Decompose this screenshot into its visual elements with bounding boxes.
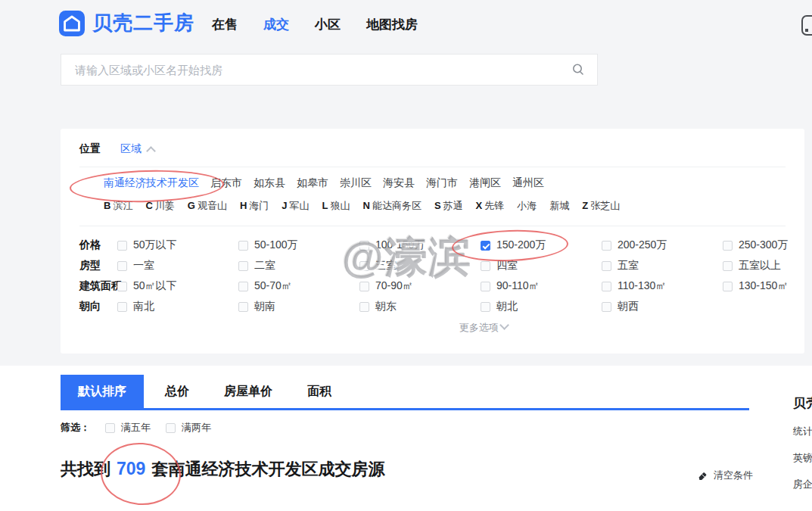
orientation-option[interactable]: 朝北 — [481, 300, 602, 313]
checkbox[interactable] — [481, 302, 490, 312]
rooms-option[interactable]: 二室 — [238, 259, 359, 273]
filter-row-label: 房型 — [79, 259, 117, 273]
tab-area-sort[interactable]: 面积 — [307, 384, 331, 400]
price-option[interactable]: 100-150万 — [359, 238, 481, 252]
checkbox[interactable] — [238, 302, 248, 312]
clear-filters-button[interactable]: 清空条件 — [697, 469, 753, 482]
search-input[interactable] — [73, 63, 571, 77]
more-options-button[interactable]: 更多选项 — [61, 321, 804, 335]
checkbox[interactable] — [117, 302, 127, 312]
option-label: 朝南 — [254, 300, 275, 313]
subdistrict-haimen[interactable]: H海门 — [240, 199, 269, 213]
checkbox[interactable] — [359, 261, 369, 271]
option-label: 50-100万 — [254, 238, 298, 252]
district-tongzhou[interactable]: 通州区 — [512, 176, 544, 190]
region-toggle[interactable]: 区域 — [120, 142, 154, 156]
checkbox[interactable] — [481, 282, 490, 291]
nav-item-sold[interactable]: 成交 — [263, 16, 289, 33]
option-label: 朝西 — [618, 300, 639, 313]
subdistrict-sutong[interactable]: S苏通 — [434, 199, 463, 213]
rooms-option[interactable]: 五室以上 — [723, 259, 812, 273]
area-option[interactable]: 50-70㎡ — [238, 279, 359, 293]
district-gangzha[interactable]: 港闸区 — [469, 176, 501, 190]
rooms-option[interactable]: 三室 — [359, 259, 481, 273]
checkbox-checked[interactable] — [481, 241, 490, 251]
site-logo[interactable]: 贝壳二手房 — [59, 10, 194, 36]
area-option[interactable]: 70-90㎡ — [359, 279, 481, 293]
rooms-option[interactable]: 五室 — [602, 259, 723, 273]
right-column-item[interactable]: 英镑 — [793, 451, 812, 465]
subdistrict-junshan[interactable]: J军山 — [282, 199, 309, 213]
district-haimen[interactable]: 海门市 — [426, 176, 458, 190]
search-icon[interactable] — [571, 63, 585, 76]
orientation-option[interactable]: 朝西 — [602, 300, 723, 313]
checkbox[interactable] — [166, 423, 176, 433]
tab-underline — [61, 408, 749, 410]
orientation-option[interactable]: 朝南 — [238, 300, 359, 313]
rooms-option[interactable]: 一室 — [117, 259, 238, 273]
price-option[interactable]: 200-250万 — [602, 238, 723, 252]
checkbox[interactable] — [359, 282, 369, 291]
letter: G — [188, 200, 195, 211]
checkbox[interactable] — [602, 241, 611, 251]
price-option-selected[interactable]: 150-200万 — [481, 238, 602, 252]
tab-unit-price[interactable]: 房屋单价 — [224, 384, 272, 400]
name: 张芝山 — [590, 200, 620, 211]
refine-option-two-years[interactable]: 满两年 — [166, 421, 211, 435]
nav-item-on-sale[interactable]: 在售 — [212, 16, 238, 33]
checkbox[interactable] — [602, 282, 611, 291]
checkbox[interactable] — [117, 282, 127, 291]
subdistrict-xiaohai[interactable]: 小海 — [517, 199, 537, 213]
rooms-option[interactable]: 四室 — [481, 259, 602, 273]
district-haian[interactable]: 海安县 — [383, 176, 415, 190]
subdistrict-nengda[interactable]: N能达商务区 — [362, 199, 421, 213]
nav-item-community[interactable]: 小区 — [315, 16, 341, 33]
checkbox[interactable] — [723, 241, 733, 251]
orientation-option[interactable]: 朝东 — [359, 300, 481, 313]
location-label: 位置 — [79, 142, 101, 156]
tab-default-sort[interactable]: 默认排序 — [61, 375, 144, 408]
checkbox[interactable] — [238, 241, 248, 251]
checkbox[interactable] — [602, 302, 611, 312]
checkbox[interactable] — [723, 282, 733, 291]
header-corner-icon[interactable] — [801, 15, 812, 36]
district-ntkfq[interactable]: 南通经济技术开发区 — [104, 176, 199, 190]
checkbox[interactable] — [105, 423, 115, 433]
right-column-item[interactable]: 房企 — [793, 478, 812, 491]
nav-item-map-search[interactable]: 地图找房 — [366, 16, 418, 33]
district-rudong[interactable]: 如东县 — [254, 176, 285, 190]
checkbox[interactable] — [238, 282, 248, 291]
price-option[interactable]: 50-100万 — [238, 238, 359, 252]
district-qidong[interactable]: 启东市 — [210, 176, 242, 190]
area-option[interactable]: 110-130㎡ — [602, 279, 723, 293]
checkbox[interactable] — [602, 261, 611, 271]
area-option[interactable]: 90-110㎡ — [481, 279, 602, 293]
checkbox[interactable] — [238, 261, 248, 271]
right-column-item[interactable]: 统计 — [793, 425, 812, 438]
checkbox[interactable] — [481, 261, 490, 271]
price-option[interactable]: 250-300万 — [723, 238, 812, 252]
results-count: 709 — [117, 459, 145, 478]
subdistrict-xianfeng[interactable]: X先锋 — [476, 199, 505, 213]
checkbox[interactable] — [723, 261, 733, 271]
area-option[interactable]: 130-150㎡ — [723, 279, 812, 293]
area-option[interactable]: 50㎡以下 — [117, 279, 238, 293]
checkbox[interactable] — [117, 261, 127, 271]
subdistrict-langshan[interactable]: L狼山 — [322, 199, 350, 213]
checkbox[interactable] — [359, 241, 369, 251]
subdistrict-binjiang[interactable]: B滨江 — [104, 199, 132, 213]
checkbox[interactable] — [359, 302, 369, 312]
subdistrict-guanyinshan[interactable]: G观音山 — [188, 199, 227, 213]
option-label: 150-200万 — [496, 238, 546, 252]
checkbox[interactable] — [117, 241, 127, 251]
district-rugao[interactable]: 如皋市 — [297, 176, 328, 190]
refine-option-five-years[interactable]: 满五年 — [105, 421, 151, 435]
tab-total-price[interactable]: 总价 — [165, 384, 189, 400]
subdistrict-chuanjiang[interactable]: C川姜 — [145, 199, 174, 213]
subdistrict-xincheng[interactable]: 新城 — [549, 199, 569, 213]
subdistrict-zhangzhishan[interactable]: Z张芝山 — [582, 199, 620, 213]
orientation-option[interactable]: 南北 — [117, 300, 238, 313]
district-chongchuan[interactable]: 崇川区 — [340, 176, 372, 190]
price-option[interactable]: 50万以下 — [117, 238, 238, 252]
district-list: 南通经济技术开发区 启东市 如东县 如皋市 崇川区 海安县 海门市 港闸区 通州… — [104, 176, 544, 190]
